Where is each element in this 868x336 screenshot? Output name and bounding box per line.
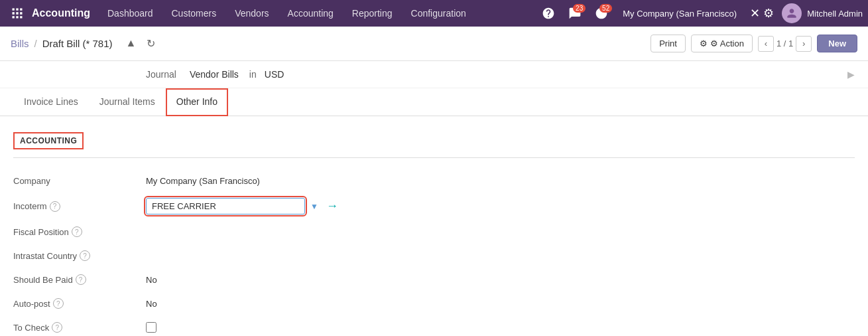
- to-check-checkbox[interactable]: [146, 322, 156, 333]
- upload-icon[interactable]: ▲: [123, 36, 139, 51]
- field-fiscal-position-label: Fiscal Position ?: [13, 226, 146, 237]
- pager: ‹ 1 / 1 ›: [758, 36, 812, 52]
- app-brand: Accounting: [29, 7, 98, 19]
- nav-configuration[interactable]: Configuration: [402, 0, 475, 27]
- support-icon[interactable]: [538, 3, 559, 24]
- accounting-section: ACCOUNTING Company My Company (San Franc…: [13, 132, 855, 336]
- pager-next[interactable]: ›: [796, 36, 812, 52]
- nav-links: Dashboard Customers Vendors Accounting R…: [98, 0, 475, 27]
- main-content: Journal Vendor Bills in USD ▶ Invoice Li…: [0, 61, 868, 336]
- pager-prev[interactable]: ‹: [758, 36, 774, 52]
- tabs-bar: Invoice Lines Journal Items Other Info: [0, 88, 868, 116]
- field-to-check: To Check ?: [13, 315, 855, 336]
- journal-currency: USD: [265, 69, 284, 80]
- incoterm-input-wrapper: ▼ →: [146, 198, 338, 214]
- breadcrumb-actions: ▲ ↻: [123, 36, 158, 51]
- field-incoterm: Incoterm ? ▼ →: [13, 193, 855, 220]
- clock-badge: 52: [599, 4, 612, 13]
- accounting-section-header: ACCOUNTING: [13, 132, 84, 149]
- nav-vendors[interactable]: Vendors: [225, 0, 278, 27]
- incoterm-input[interactable]: [146, 198, 305, 214]
- chat-badge: 23: [573, 4, 586, 13]
- field-auto-post: Auto-post ? No: [13, 292, 855, 315]
- should-be-paid-help-icon[interactable]: ?: [76, 274, 86, 285]
- fiscal-position-help-icon[interactable]: ?: [72, 226, 82, 237]
- print-button[interactable]: Print: [651, 35, 686, 52]
- action-button[interactable]: ⚙ ⚙ Action: [691, 35, 753, 52]
- incoterm-help-icon[interactable]: ?: [50, 201, 60, 212]
- field-auto-post-value: No: [146, 299, 157, 309]
- tab-other-info-content: ACCOUNTING Company My Company (San Franc…: [0, 116, 868, 336]
- refresh-icon[interactable]: ↻: [144, 36, 158, 51]
- auto-post-help-icon[interactable]: ?: [53, 298, 64, 309]
- incoterm-nav-arrow[interactable]: →: [326, 199, 338, 213]
- journal-row: Journal Vendor Bills in USD ▶: [0, 61, 868, 88]
- field-should-be-paid-value: No: [146, 275, 157, 285]
- field-should-be-paid-label: Should Be Paid ?: [13, 274, 146, 285]
- field-fiscal-position: Fiscal Position ?: [13, 220, 855, 244]
- user-name[interactable]: Mitchell Admin: [807, 9, 863, 19]
- intrastat-country-help-icon[interactable]: ?: [80, 250, 90, 261]
- tab-other-info[interactable]: Other Info: [166, 88, 228, 116]
- field-should-be-paid: Should Be Paid ? No: [13, 268, 855, 292]
- nav-accounting[interactable]: Accounting: [279, 0, 343, 27]
- pager-text: 1 / 1: [776, 39, 793, 48]
- company-name[interactable]: My Company (San Francisco): [617, 9, 742, 19]
- nav-right-area: 23 52 My Company (San Francisco) ✕ ⚙ Mit…: [538, 3, 863, 24]
- field-company: Company My Company (San Francisco): [13, 169, 855, 193]
- nav-reporting[interactable]: Reporting: [343, 0, 402, 27]
- nav-dashboard[interactable]: Dashboard: [98, 0, 162, 27]
- journal-in-label: in: [249, 69, 257, 80]
- field-intrastat-country-label: Intrastat Country ?: [13, 250, 146, 261]
- scroll-indicator: ▶: [847, 69, 855, 80]
- field-intrastat-country: Intrastat Country ?: [13, 244, 855, 268]
- breadcrumb-bar: Bills / Draft Bill (* 781) ▲ ↻ Print ⚙ ⚙…: [0, 27, 868, 61]
- breadcrumb-parent[interactable]: Bills: [11, 38, 29, 49]
- chat-icon[interactable]: 23: [564, 3, 586, 24]
- journal-label: Journal: [146, 69, 176, 80]
- tools-icon[interactable]: ✕ ⚙: [747, 6, 776, 21]
- breadcrumb-separator: /: [34, 38, 37, 49]
- breadcrumb-right: Print ⚙ ⚙ Action ‹ 1 / 1 › New: [651, 35, 857, 52]
- nav-customers[interactable]: Customers: [162, 0, 226, 27]
- field-auto-post-label: Auto-post ?: [13, 298, 146, 309]
- field-company-value: My Company (San Francisco): [146, 176, 260, 186]
- new-button[interactable]: New: [817, 35, 857, 52]
- user-avatar[interactable]: [782, 3, 802, 23]
- section-divider: [13, 157, 855, 158]
- incoterm-dropdown-arrow[interactable]: ▼: [308, 202, 321, 211]
- journal-value: Vendor Bills: [190, 69, 239, 80]
- app-menu-icon[interactable]: [5, 1, 29, 25]
- to-check-help-icon[interactable]: ?: [52, 322, 62, 333]
- top-navigation: Accounting Dashboard Customers Vendors A…: [0, 0, 868, 27]
- breadcrumb-current: Draft Bill (* 781): [42, 38, 113, 49]
- field-company-label: Company: [13, 176, 146, 186]
- field-to-check-label: To Check ?: [13, 322, 146, 333]
- tab-invoice-lines[interactable]: Invoice Lines: [13, 88, 89, 116]
- tab-journal-items[interactable]: Journal Items: [89, 88, 166, 116]
- clock-icon[interactable]: 52: [591, 3, 612, 24]
- field-incoterm-label: Incoterm ?: [13, 201, 146, 212]
